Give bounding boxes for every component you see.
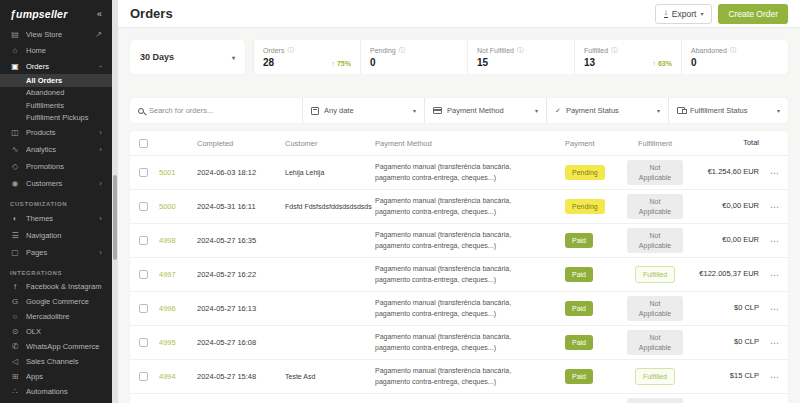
caret-down-icon: ▾ [700, 10, 703, 17]
date-range-select[interactable]: 30 Days ▾ [130, 40, 245, 74]
sidebar-item-themes[interactable]: ◐ Themes › [0, 210, 112, 227]
order-number-link[interactable]: 4994 [156, 370, 194, 383]
scrollbar-thumb[interactable] [113, 175, 117, 260]
row-checkbox[interactable] [139, 236, 148, 245]
payment-status-filter-dropdown[interactable]: ✓ Payment Status ▾ [546, 98, 668, 123]
sidebar-item-navigation[interactable]: ☰ Navigation [0, 227, 112, 244]
collapse-sidebar-icon[interactable]: « [97, 9, 102, 19]
info-icon[interactable]: ⓘ [730, 46, 737, 55]
fulfillment-status-badge: Not Applicable [627, 160, 683, 186]
sidebar-item-fulfillment-pickups[interactable]: Fulfillment Pickups [0, 112, 112, 125]
fulfillment-status-badge: Not Applicable [627, 398, 683, 403]
table-row[interactable]: 4994 2024-05-27 15:48 Teste Asd Pagament… [130, 360, 788, 394]
sidebar-item-pages[interactable]: ▢ Pages › [0, 244, 112, 261]
sidebar-item-google-commerce[interactable]: G Google Commerce [0, 294, 112, 309]
order-total: €0,00 EUR [688, 199, 762, 214]
sidebar-item-promotions[interactable]: ◇ Promotions [0, 158, 112, 175]
shipping-box-icon [677, 107, 685, 114]
sidebar-item-customers[interactable]: ◉ Customers › [0, 175, 112, 192]
table-row[interactable]: Paid Not Applicable ⋯ [130, 394, 788, 403]
order-number-link[interactable]: 4996 [156, 302, 194, 315]
order-number-link[interactable]: 5000 [156, 200, 194, 213]
sidebar-item-fulfillments[interactable]: Fulfillments [0, 99, 112, 112]
select-all-checkbox[interactable] [139, 139, 148, 148]
order-total: €0,00 EUR [688, 233, 762, 248]
order-payment-method: Pagamento manual (transferência bancária… [372, 228, 562, 253]
stat-value: 0 [691, 57, 697, 68]
sidebar-item-mercadolibre[interactable]: ○ Mercadolibre [0, 309, 112, 324]
sidebar-item-all-orders[interactable]: All Orders [0, 74, 112, 87]
info-icon[interactable]: ⓘ [611, 46, 618, 55]
row-checkbox[interactable] [139, 372, 148, 381]
row-checkbox[interactable] [139, 168, 148, 177]
theme-icon: ◐ [10, 214, 20, 223]
chevron-right-icon: › [99, 179, 102, 188]
sidebar-item-sales-channels[interactable]: ◁ Sales Channels [0, 354, 112, 369]
fulfillment-status-filter-dropdown[interactable]: Fulfillment Status ▾ [668, 98, 788, 123]
payment-method-filter-dropdown[interactable]: Payment Method ▾ [424, 98, 546, 123]
table-row[interactable]: 5001 2024-06-03 18:12 Lehija Lehija Paga… [130, 156, 788, 190]
export-button[interactable]: ↓ Export ▾ [655, 4, 713, 24]
info-icon[interactable]: ⓘ [517, 46, 524, 55]
order-number-link[interactable]: 4997 [156, 268, 194, 281]
order-payment-method: Pagamento manual (transferência bancária… [372, 330, 562, 355]
sidebar-item-analytics[interactable]: ∿ Analytics › [0, 141, 112, 158]
row-checkbox[interactable] [139, 202, 148, 211]
sidebar-item-facebook-instagram[interactable]: f Facebook & Instagram [0, 279, 112, 294]
row-actions-button[interactable]: ⋯ [762, 234, 788, 248]
payment-status-badge: Pending [565, 199, 605, 215]
stat-value: 0 [370, 57, 376, 68]
info-icon[interactable]: ⓘ [287, 46, 294, 55]
order-number-link[interactable]: 5001 [156, 166, 194, 179]
sidebar-item-home[interactable]: ⌂ Home [0, 42, 112, 58]
create-order-button[interactable]: Create Order [718, 4, 788, 24]
info-icon[interactable]: ⓘ [399, 46, 406, 55]
tag-icon: ◇ [10, 162, 20, 171]
order-number-link[interactable]: 4998 [156, 234, 194, 247]
facebook-icon: f [10, 282, 20, 291]
table-row[interactable]: 4997 2024-05-27 16:22 Pagamento manual (… [130, 258, 788, 292]
search-input[interactable] [149, 106, 279, 115]
stat-delta: ↑ 75% [332, 60, 351, 67]
row-checkbox[interactable] [139, 270, 148, 279]
search-orders-field[interactable] [130, 98, 302, 123]
table-row[interactable]: 4998 2024-05-27 16:35 Pagamento manual (… [130, 224, 788, 258]
row-actions-button[interactable]: ⋯ [762, 268, 788, 282]
order-payment-method: Pagamento manual (transferência bancária… [372, 296, 562, 321]
caret-down-icon: ▾ [657, 107, 660, 114]
sidebar-item-automations[interactable]: ∴ Automations [0, 384, 112, 399]
sidebar-scrollbar[interactable] [112, 0, 118, 403]
row-actions-button[interactable]: ⋯ [762, 166, 788, 180]
table-row[interactable]: 4996 2024-05-27 16:13 Pagamento manual (… [130, 292, 788, 326]
orders-page-content: 30 Days ▾ Orders ⓘ 28 ↑ 75% [118, 28, 800, 403]
sidebar-item-orders[interactable]: ▣ Orders › [0, 58, 112, 74]
row-actions-button[interactable]: ⋯ [762, 200, 788, 214]
row-checkbox[interactable] [139, 304, 148, 313]
order-customer: Teste Asd [282, 371, 372, 382]
sidebar-item-olx[interactable]: ⊙ OLX [0, 324, 112, 339]
external-link-icon: ↗ [95, 30, 102, 39]
table-row[interactable]: 4995 2024-05-27 16:08 Pagamento manual (… [130, 326, 788, 360]
sidebar-item-apps[interactable]: ⊞ Apps [0, 369, 112, 384]
row-actions-button[interactable]: ⋯ [762, 370, 788, 384]
sidebar-item-whatsapp-commerce[interactable]: ✆ WhatsApp Commerce [0, 339, 112, 354]
column-header-payment: Payment [562, 139, 622, 148]
row-actions-button[interactable]: ⋯ [762, 302, 788, 316]
payment-status-badge: Paid [565, 233, 593, 249]
order-number-link[interactable]: 4995 [156, 336, 194, 349]
check-icon: ✓ [555, 107, 561, 115]
chevron-right-icon: › [99, 145, 102, 154]
chevron-right-icon: › [99, 248, 102, 257]
payment-status-badge: Paid [565, 301, 593, 317]
table-row[interactable]: 5000 2024-05-31 16:11 Fdsfd Fdsfsdsfddsd… [130, 190, 788, 224]
date-filter-dropdown[interactable]: Any date ▾ [302, 98, 424, 123]
row-checkbox[interactable] [139, 338, 148, 347]
column-header-total: Total [688, 138, 762, 149]
stat-card: Pending ⓘ 0 [360, 40, 467, 74]
sidebar-item-products[interactable]: ◫ Products › [0, 124, 112, 141]
order-completed-date: 2024-05-27 15:48 [194, 370, 282, 383]
sidebar-item-view-store[interactable]: ▤ View Store ↗ [0, 26, 112, 42]
caret-down-icon: ▾ [535, 107, 538, 114]
sidebar-item-abandoned[interactable]: Abandoned [0, 87, 112, 100]
row-actions-button[interactable]: ⋯ [762, 336, 788, 350]
